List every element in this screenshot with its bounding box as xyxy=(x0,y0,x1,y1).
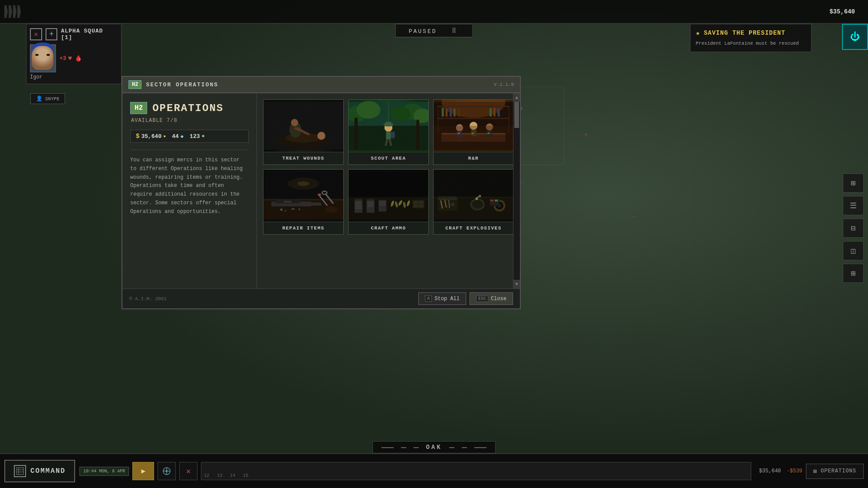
merc-avatar[interactable] xyxy=(30,44,56,72)
op-image-repair-items xyxy=(263,170,343,222)
scroll-thumb[interactable] xyxy=(514,102,519,128)
nav-center-icon[interactable] xyxy=(158,462,176,480)
op-image-rnr xyxy=(434,100,513,152)
scrollbar[interactable]: ▲ ▼ xyxy=(513,93,520,288)
pause-icon: ⏸ xyxy=(450,26,459,35)
svg-point-81 xyxy=(285,210,286,212)
op-card-rnr[interactable]: R&R xyxy=(433,99,514,165)
squad-add-icon[interactable]: + xyxy=(46,28,58,40)
stop-all-button[interactable]: A Stop All xyxy=(418,292,466,305)
squad-header: ✕ + ALPHA SQUAD [1] xyxy=(30,28,118,41)
loc-dashes3-left xyxy=(414,447,419,448)
svg-rect-51 xyxy=(446,109,448,116)
rnr-scene xyxy=(434,100,513,152)
svg-rect-55 xyxy=(490,108,492,117)
svg-point-154 xyxy=(166,470,168,472)
gear-icon: ◆ xyxy=(181,133,184,140)
svg-point-20 xyxy=(291,119,298,126)
treat-wounds-svg xyxy=(263,100,343,152)
scroll-down-button[interactable]: ▼ xyxy=(513,280,520,288)
serration-1 xyxy=(4,5,8,18)
svg-rect-32 xyxy=(416,120,419,150)
scroll-up-button[interactable]: ▲ xyxy=(513,93,520,102)
play-button[interactable]: ▶ xyxy=(132,462,154,480)
command-button[interactable]: COMMAND xyxy=(4,460,75,482)
svg-rect-100 xyxy=(367,206,374,207)
svg-point-12 xyxy=(585,133,587,136)
svg-rect-39 xyxy=(386,122,391,125)
op-card-craft-explosives[interactable]: CRAFT EXPLOSIVES xyxy=(433,169,514,235)
ops-grid: TREAT WOUNDS xyxy=(263,99,514,235)
craft-ammo-scene xyxy=(349,170,428,222)
sidebar-detail-icon[interactable]: ◫ xyxy=(843,241,864,260)
money-value: 35,640 xyxy=(141,133,161,140)
tick-13: 13 xyxy=(217,473,222,480)
svg-rect-54 xyxy=(457,108,460,117)
svg-point-30 xyxy=(391,107,411,121)
svg-rect-31 xyxy=(355,118,358,150)
svg-point-130 xyxy=(476,198,478,200)
svg-rect-49 xyxy=(437,118,510,119)
tick-12: 12 xyxy=(204,473,209,480)
ops-available: AVAILABLE 7/8 xyxy=(131,118,249,124)
dialog-version: V.1.1.0 xyxy=(494,82,514,87)
dialog-title-text: SECTOR OPERATIONS xyxy=(146,82,489,88)
loc-dashes-right xyxy=(449,447,454,448)
operations-button[interactable]: ⊞ OPERATIONS xyxy=(806,464,864,479)
loc-dashes2-left xyxy=(401,447,406,448)
svg-rect-114 xyxy=(349,172,428,198)
squad-dismiss-icon[interactable]: ✕ xyxy=(30,28,42,40)
svg-rect-99 xyxy=(367,203,374,205)
svg-rect-144 xyxy=(490,200,493,202)
dialog-footer: © A.I.M. 2001 A Stop All ESC Close xyxy=(122,288,520,308)
op-label-craft-explosives: CRAFT EXPLOSIVES xyxy=(434,222,513,234)
mission-panel: ★ SAVING THE PRESIDENT President LaFonta… xyxy=(690,24,812,52)
op-label-scout-area: SCOUT AREA xyxy=(349,152,428,164)
loc-dashes-left xyxy=(381,447,394,448)
op-image-craft-ammo xyxy=(349,170,428,222)
med-icon: ● xyxy=(201,133,204,139)
svg-rect-67 xyxy=(434,126,513,150)
svg-rect-48 xyxy=(437,106,510,107)
timeline-area: 10:44 MON, 8 APR ▶ ✕ 12 13 14 15 $35,640… xyxy=(79,462,864,480)
op-label-craft-ammo: CRAFT AMMO xyxy=(349,222,428,234)
mission-description: President LaFontaine must be rescued xyxy=(696,40,806,47)
top-bar: $35,640 xyxy=(0,0,868,24)
location-bar: OAK xyxy=(372,441,496,453)
sidebar-group-icon[interactable]: ⊟ xyxy=(843,219,864,238)
scout-area-scene xyxy=(349,100,428,152)
op-card-scout-area[interactable]: SCOUT AREA xyxy=(348,99,429,165)
divider xyxy=(130,150,249,150)
op-card-craft-ammo[interactable]: CRAFT AMMO xyxy=(348,169,429,235)
op-card-treat-wounds[interactable]: TREAT WOUNDS xyxy=(263,99,344,165)
merc-stats: +3 ♥ 🩸 xyxy=(59,55,82,62)
svg-rect-82 xyxy=(291,208,294,210)
snype-button[interactable]: 👤 SNYPE xyxy=(30,93,65,104)
sidebar-map-icon[interactable]: ⊞ xyxy=(843,264,864,283)
sidebar-grid-icon[interactable]: ⊞ xyxy=(843,174,864,193)
close-label: Close xyxy=(491,296,506,302)
resource-gear: 44 ◆ xyxy=(172,133,184,140)
sidebar-list-icon[interactable]: ☰ xyxy=(843,196,864,215)
right-sidebar: ⊞ ☰ ⊟ ◫ ⊞ xyxy=(843,174,864,283)
command-icon xyxy=(14,465,26,477)
repair-items-scene xyxy=(263,170,343,222)
svg-point-14 xyxy=(633,216,635,218)
craft-ammo-svg xyxy=(349,170,428,222)
med-value: 123 xyxy=(190,133,200,140)
location-name: OAK xyxy=(426,444,442,451)
nav-x-icon[interactable]: ✕ xyxy=(179,462,197,480)
snype-icon: 👤 xyxy=(36,95,43,102)
power-button[interactable]: ⏻ xyxy=(842,24,868,50)
dialog-sector-badge: H2 xyxy=(128,80,141,89)
svg-rect-34 xyxy=(386,131,391,139)
bottom-bar: COMMAND 10:44 MON, 8 APR ▶ ✕ 12 13 14 15… xyxy=(0,453,868,488)
money-change-display: $35,640 -$539 xyxy=(759,468,802,474)
close-button[interactable]: ESC Close xyxy=(470,292,513,305)
stop-all-label: Stop All xyxy=(434,296,460,302)
repair-items-svg xyxy=(263,170,343,222)
power-icon: ⏻ xyxy=(850,31,860,43)
op-card-repair-items[interactable]: REPAIR ITEMS xyxy=(263,169,344,235)
resource-money: $ 35,640 ● xyxy=(136,133,166,140)
mission-star-icon: ★ xyxy=(696,29,700,37)
